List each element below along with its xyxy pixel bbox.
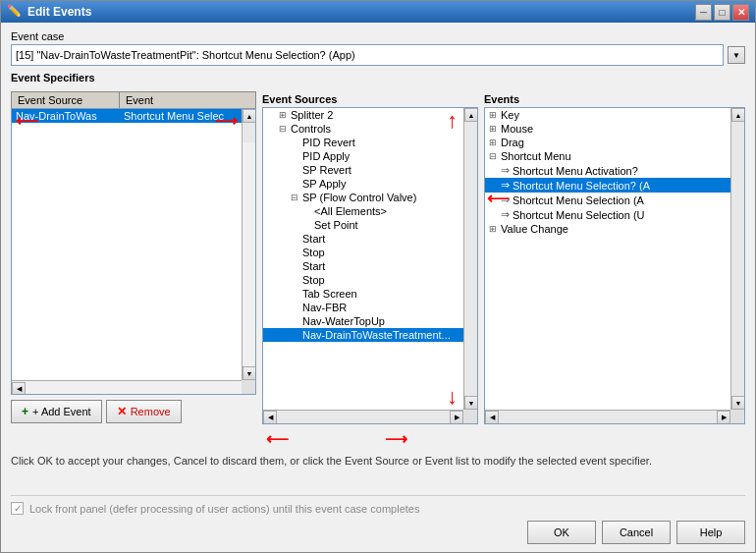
events-label: Events [484, 91, 745, 107]
events-scroll-up[interactable]: ▲ [731, 108, 745, 122]
events-corner [730, 410, 744, 423]
event-case-dropdown-arrow[interactable]: ▼ [728, 46, 745, 64]
list-item[interactable]: PID Apply [263, 149, 463, 163]
title-bar-buttons: ─ □ ✕ [695, 4, 749, 21]
add-event-button[interactable]: + + Add Event [11, 400, 102, 423]
info-text: Click OK to accept your changes, Cancel … [11, 454, 745, 469]
list-item[interactable]: ⊞ Mouse [485, 122, 730, 136]
red-up-arrow: ↑ [447, 110, 458, 132]
scroll-left-btn[interactable]: ◀ [12, 382, 26, 395]
list-item[interactable]: Start [263, 259, 463, 273]
lock-checkbox[interactable]: ✓ [11, 502, 24, 515]
scroll-down-btn[interactable]: ▼ [243, 366, 256, 380]
list-item[interactable]: ⇒ Shortcut Menu Selection (U [485, 207, 730, 222]
ok-cancel-row: OK Cancel Help [11, 521, 745, 544]
minimize-button[interactable]: ─ [695, 4, 712, 21]
scroll-up-btn[interactable]: ▲ [243, 109, 256, 123]
events-red-arrow: ⟵ [487, 189, 510, 207]
list-item[interactable]: ⊟ Shortcut Menu [485, 149, 730, 163]
events-scrollbar-v[interactable]: ▲ ▼ [730, 108, 744, 410]
specifiers-scrollbar-h[interactable]: ◀ [12, 380, 242, 394]
event-case-row: [15] "Nav-DrainToWasteTreatmentPit": Sho… [11, 44, 745, 66]
info-section: Click OK to accept your changes, Cancel … [11, 454, 745, 489]
left-red-arrow: ⟵ [16, 111, 38, 130]
sources-scrollbar-h[interactable]: ◀ ▶ [263, 410, 463, 423]
specifiers-list[interactable]: Nav-DrainToWas Shortcut Menu Selec ⟵ ⟶ ▲… [11, 108, 256, 395]
right-red-arrow: ⟶ [215, 111, 238, 130]
remove-label: Remove [131, 406, 171, 417]
plus-icon: + [22, 405, 28, 418]
list-item[interactable]: ⊟ Controls [263, 122, 463, 136]
sources-scroll-up[interactable]: ▲ [464, 108, 478, 122]
event-specifiers-panel: Event Source Event Nav-DrainToWas Shortc… [11, 91, 256, 424]
specifiers-scrollbar-v[interactable]: ▲ ▼ [242, 109, 255, 380]
event-specifiers-label: Event Specifiers [11, 72, 745, 83]
list-item[interactable]: Nav-FBR [263, 301, 463, 314]
help-button[interactable]: Help [676, 521, 745, 544]
event-sources-list[interactable]: ↑ ⊞ Splitter 2 ⊟ Controls [262, 107, 478, 424]
event-case-section: Event case [15] "Nav-DrainToWasteTreatme… [11, 30, 745, 66]
ok-button[interactable]: OK [527, 521, 596, 544]
scrollbar-corner [242, 380, 255, 394]
event-case-dropdown[interactable]: [15] "Nav-DrainToWasteTreatmentPit": Sho… [11, 44, 724, 66]
buttons-panel: + + Add Event ✕ Remove [11, 399, 256, 424]
list-item[interactable]: Tab Screen [263, 287, 463, 301]
remove-button[interactable]: ✕ Remove [106, 400, 182, 423]
event-sources-inner: ⊞ Splitter 2 ⊟ Controls PID Revert [263, 108, 477, 423]
list-item[interactable]: ⊞ Splitter 2 [263, 108, 463, 122]
event-sources-label: Event Sources [262, 91, 478, 107]
list-item[interactable]: SP Revert [263, 163, 463, 177]
list-item[interactable]: <All Elements> [263, 204, 463, 218]
list-item[interactable]: ⇒ Shortcut Menu Selection (A [485, 193, 730, 207]
sources-scroll-right[interactable]: ▶ [450, 411, 463, 424]
dialog-content: Event case [15] "Nav-DrainToWasteTreatme… [1, 23, 755, 552]
lock-row: ✓ Lock front panel (defer processing of … [11, 502, 745, 515]
events-scroll-right[interactable]: ▶ [717, 411, 730, 424]
close-button[interactable]: ✕ [732, 4, 749, 21]
events-scrollbar-h[interactable]: ◀ ▶ [485, 410, 730, 423]
red-down-arrow: ↓ [447, 386, 458, 408]
event-case-label: Event case [11, 30, 745, 42]
col-header-source: Event Source [12, 92, 120, 108]
list-item[interactable]: Stop [263, 273, 463, 287]
title-bar: ✏️ Edit Events ─ □ ✕ [1, 1, 755, 23]
specifiers-header: Event Source Event [11, 91, 256, 108]
sources-scroll-left[interactable]: ◀ [263, 411, 277, 424]
list-item[interactable]: ⇒ Shortcut Menu Activation? [485, 163, 730, 178]
list-item-selected[interactable]: ⇒ Shortcut Menu Selection? (A [485, 178, 730, 193]
sources-corner [463, 410, 477, 423]
list-item[interactable]: Set Point [263, 218, 463, 232]
event-sources-panel: Event Sources ↑ ⊞ Splitter 2 ⊟ Co [262, 91, 478, 424]
list-item[interactable]: ⊞ Drag [485, 136, 730, 149]
events-scroll-down[interactable]: ▼ [731, 396, 745, 410]
events-list[interactable]: ⊞ Key ⊞ Mouse ⊞ Drag ⊟ S [484, 107, 745, 424]
sources-scrollbar-v[interactable]: ▲ ▼ [463, 108, 477, 410]
list-item[interactable]: PID Revert [263, 136, 463, 149]
window-icon: ✏️ [7, 4, 23, 20]
list-item[interactable]: Start [263, 232, 463, 246]
events-inner: ⊞ Key ⊞ Mouse ⊞ Drag ⊟ S [485, 108, 744, 423]
events-panel: Events ⊞ Key ⊞ Mouse ⊞ Drag [484, 91, 745, 424]
cancel-button[interactable]: Cancel [602, 521, 671, 544]
maximize-button[interactable]: □ [714, 4, 730, 21]
lock-label: Lock front panel (defer processing of us… [29, 503, 419, 515]
list-item[interactable]: SP Apply [263, 177, 463, 191]
col-header-event: Event [120, 92, 255, 108]
edit-events-window: ✏️ Edit Events ─ □ ✕ Event case [15] "Na… [0, 0, 756, 553]
list-item[interactable]: ⊞ Value Change [485, 222, 730, 236]
bottom-section: ✓ Lock front panel (defer processing of … [11, 495, 745, 544]
bottom-arrow-bar: ⟵ ⟶ [11, 430, 745, 448]
event-case-value: [15] "Nav-DrainToWasteTreatmentPit": Sho… [16, 49, 355, 61]
list-item-selected[interactable]: Nav-DrainToWasteTreatment... [263, 328, 463, 342]
add-event-label: + Add Event [32, 406, 91, 417]
list-item[interactable]: ⊟ SP (Flow Control Valve) [263, 191, 463, 204]
events-scroll-left[interactable]: ◀ [485, 411, 499, 424]
list-item[interactable]: ⊞ Key [485, 108, 730, 122]
x-icon: ✕ [117, 405, 127, 418]
list-item[interactable]: Nav-WaterTopUp [263, 314, 463, 328]
list-item[interactable]: Stop [263, 246, 463, 259]
sources-scroll-down[interactable]: ▼ [464, 396, 478, 410]
window-title: Edit Events [27, 5, 695, 19]
